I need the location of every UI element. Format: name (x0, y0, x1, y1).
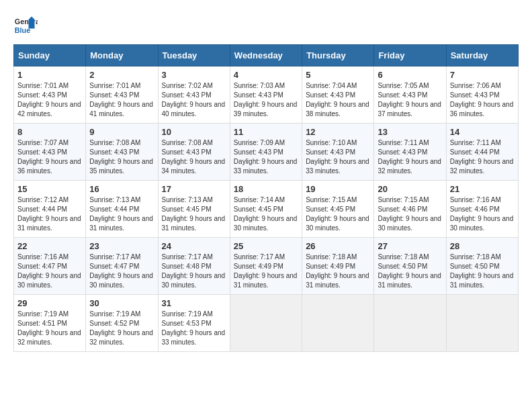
day-number: 28 (450, 241, 515, 251)
day-cell-29: 29 Sunrise: 7:19 AM Sunset: 4:51 PM Dayl… (14, 295, 86, 352)
sunrise-label: Sunrise: 7:17 AM (234, 253, 285, 261)
weekday-header-friday: Friday (374, 45, 446, 66)
day-info: Sunrise: 7:19 AM Sunset: 4:52 PM Dayligh… (89, 310, 154, 347)
day-info: Sunrise: 7:07 AM Sunset: 4:43 PM Dayligh… (17, 138, 82, 176)
daylight-label: Daylight: 9 hours and 32 minutes. (17, 329, 81, 346)
sunset-label: Sunset: 4:44 PM (450, 148, 500, 156)
daylight-label: Daylight: 9 hours and 32 minutes. (378, 158, 441, 175)
weekday-header-row: SundayMondayTuesdayWednesdayThursdayFrid… (14, 45, 519, 66)
week-row-3: 15 Sunrise: 7:12 AM Sunset: 4:44 PM Dayl… (14, 181, 519, 238)
sunset-label: Sunset: 4:43 PM (89, 148, 139, 156)
sunset-label: Sunset: 4:48 PM (162, 263, 212, 270)
sunrise-label: Sunrise: 7:16 AM (450, 196, 501, 203)
day-cell-24: 24 Sunrise: 7:17 AM Sunset: 4:48 PM Dayl… (158, 238, 230, 295)
day-number: 27 (378, 241, 442, 251)
daylight-label: Daylight: 9 hours and 42 minutes. (17, 101, 81, 118)
day-info: Sunrise: 7:05 AM Sunset: 4:43 PM Dayligh… (378, 81, 442, 119)
day-number: 17 (162, 184, 226, 194)
day-info: Sunrise: 7:18 AM Sunset: 4:49 PM Dayligh… (306, 253, 370, 290)
day-info: Sunrise: 7:11 AM Sunset: 4:43 PM Dayligh… (378, 138, 442, 176)
sunset-label: Sunset: 4:43 PM (450, 91, 500, 99)
sunset-label: Sunset: 4:50 PM (378, 263, 427, 270)
sunset-label: Sunset: 4:49 PM (234, 263, 283, 270)
weekday-header-monday: Monday (86, 45, 158, 66)
daylight-label: Daylight: 9 hours and 34 minutes. (162, 158, 226, 175)
sunrise-label: Sunrise: 7:19 AM (89, 310, 140, 318)
sunrise-label: Sunrise: 7:17 AM (89, 253, 140, 261)
sunrise-label: Sunrise: 7:10 AM (306, 139, 357, 146)
day-cell-2: 2 Sunrise: 7:01 AM Sunset: 4:43 PM Dayli… (86, 66, 158, 124)
day-cell-31: 31 Sunrise: 7:19 AM Sunset: 4:53 PM Dayl… (158, 295, 230, 352)
daylight-label: Daylight: 9 hours and 41 minutes. (89, 101, 153, 118)
sunrise-label: Sunrise: 7:18 AM (450, 253, 501, 261)
day-number: 16 (89, 184, 154, 194)
day-cell-12: 12 Sunrise: 7:10 AM Sunset: 4:43 PM Dayl… (302, 124, 374, 181)
week-row-2: 8 Sunrise: 7:07 AM Sunset: 4:43 PM Dayli… (14, 124, 519, 181)
daylight-label: Daylight: 9 hours and 35 minutes. (89, 158, 153, 175)
daylight-label: Daylight: 9 hours and 31 minutes. (234, 272, 298, 289)
sunset-label: Sunset: 4:44 PM (17, 205, 67, 213)
day-info: Sunrise: 7:15 AM Sunset: 4:45 PM Dayligh… (306, 195, 370, 233)
day-number: 26 (306, 241, 370, 251)
daylight-label: Daylight: 9 hours and 32 minutes. (450, 158, 514, 175)
sunset-label: Sunset: 4:45 PM (234, 205, 283, 213)
sunset-label: Sunset: 4:49 PM (306, 263, 355, 270)
day-number: 21 (450, 184, 515, 194)
day-number: 22 (17, 241, 82, 251)
sunset-label: Sunset: 4:43 PM (17, 148, 67, 156)
day-info: Sunrise: 7:06 AM Sunset: 4:43 PM Dayligh… (450, 81, 515, 119)
day-cell-7: 7 Sunrise: 7:06 AM Sunset: 4:43 PM Dayli… (446, 66, 518, 124)
sunrise-label: Sunrise: 7:18 AM (306, 253, 357, 261)
empty-cell (302, 295, 374, 352)
daylight-label: Daylight: 9 hours and 31 minutes. (162, 215, 226, 232)
sunset-label: Sunset: 4:43 PM (378, 91, 427, 99)
day-cell-3: 3 Sunrise: 7:02 AM Sunset: 4:43 PM Dayli… (158, 66, 230, 124)
day-cell-11: 11 Sunrise: 7:09 AM Sunset: 4:43 PM Dayl… (230, 124, 302, 181)
day-cell-23: 23 Sunrise: 7:17 AM Sunset: 4:47 PM Dayl… (86, 238, 158, 295)
day-number: 19 (306, 184, 370, 194)
sunset-label: Sunset: 4:43 PM (234, 91, 283, 99)
sunset-label: Sunset: 4:46 PM (378, 205, 427, 213)
sunrise-label: Sunrise: 7:11 AM (450, 139, 501, 146)
sunrise-label: Sunrise: 7:11 AM (378, 139, 429, 146)
day-info: Sunrise: 7:03 AM Sunset: 4:43 PM Dayligh… (234, 81, 298, 119)
daylight-label: Daylight: 9 hours and 36 minutes. (17, 158, 81, 175)
weekday-header-wednesday: Wednesday (230, 45, 302, 66)
sunrise-label: Sunrise: 7:16 AM (17, 253, 69, 261)
weekday-header-saturday: Saturday (446, 45, 518, 66)
day-info: Sunrise: 7:15 AM Sunset: 4:46 PM Dayligh… (378, 195, 442, 233)
sunset-label: Sunset: 4:43 PM (162, 148, 212, 156)
sunrise-label: Sunrise: 7:15 AM (378, 196, 429, 203)
day-number: 4 (234, 70, 298, 80)
sunset-label: Sunset: 4:46 PM (450, 205, 500, 213)
sunrise-label: Sunrise: 7:14 AM (234, 196, 285, 203)
sunrise-label: Sunrise: 7:18 AM (378, 253, 429, 261)
sunset-label: Sunset: 4:43 PM (89, 91, 139, 99)
day-number: 3 (162, 70, 226, 80)
day-info: Sunrise: 7:17 AM Sunset: 4:47 PM Dayligh… (89, 253, 154, 290)
daylight-label: Daylight: 9 hours and 33 minutes. (234, 158, 298, 175)
sunrise-label: Sunrise: 7:08 AM (89, 139, 140, 146)
sunrise-label: Sunrise: 7:19 AM (17, 310, 69, 318)
day-cell-26: 26 Sunrise: 7:18 AM Sunset: 4:49 PM Dayl… (302, 238, 374, 295)
sunrise-label: Sunrise: 7:13 AM (162, 196, 213, 203)
sunrise-label: Sunrise: 7:09 AM (234, 139, 285, 146)
daylight-label: Daylight: 9 hours and 30 minutes. (162, 272, 226, 289)
daylight-label: Daylight: 9 hours and 31 minutes. (306, 272, 369, 289)
day-number: 7 (450, 70, 515, 80)
sunrise-label: Sunrise: 7:19 AM (162, 310, 213, 318)
sunrise-label: Sunrise: 7:01 AM (17, 82, 69, 89)
daylight-label: Daylight: 9 hours and 32 minutes. (89, 329, 153, 346)
empty-cell (230, 295, 302, 352)
sunset-label: Sunset: 4:45 PM (306, 205, 355, 213)
sunrise-label: Sunrise: 7:08 AM (162, 139, 213, 146)
day-number: 14 (450, 127, 515, 137)
logo: General Blue (13, 13, 38, 38)
sunrise-label: Sunrise: 7:12 AM (17, 196, 69, 203)
day-cell-6: 6 Sunrise: 7:05 AM Sunset: 4:43 PM Dayli… (374, 66, 446, 124)
day-cell-22: 22 Sunrise: 7:16 AM Sunset: 4:47 PM Dayl… (14, 238, 86, 295)
sunrise-label: Sunrise: 7:05 AM (378, 82, 429, 89)
week-row-5: 29 Sunrise: 7:19 AM Sunset: 4:51 PM Dayl… (14, 295, 519, 352)
daylight-label: Daylight: 9 hours and 33 minutes. (162, 329, 226, 346)
sunset-label: Sunset: 4:43 PM (306, 148, 355, 156)
